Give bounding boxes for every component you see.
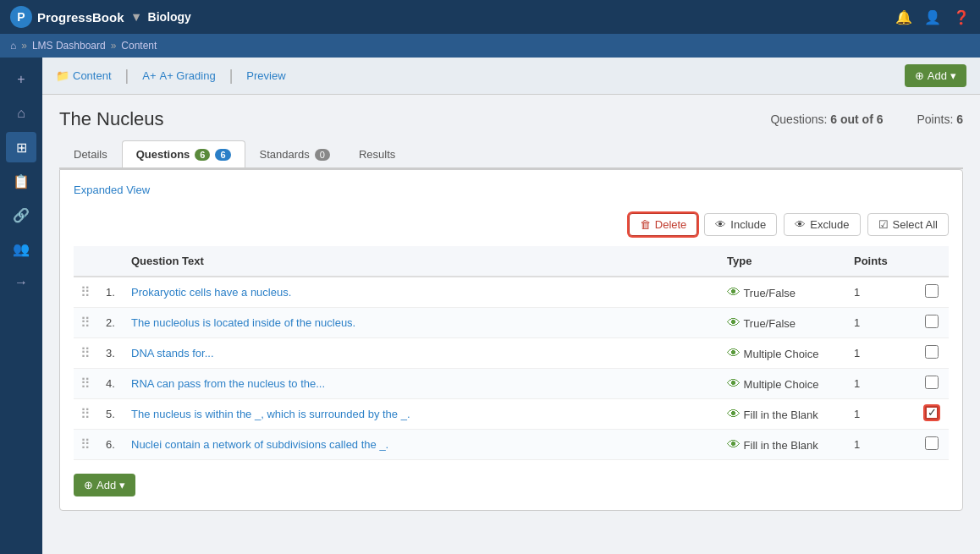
questions-panel: Expanded View 🗑 Delete 👁 Include 👁 Exclu… bbox=[59, 169, 963, 511]
page-title: The Nucleus bbox=[59, 108, 164, 130]
eye-exclude-icon: 👁 bbox=[795, 218, 806, 231]
questions-table: Question Text Type Points ⠿ 1. Prokaryot… bbox=[74, 246, 949, 460]
table-row: ⠿ 3. DNA stands for... 👁 Multiple Choice… bbox=[74, 338, 949, 369]
points-cell: 1 bbox=[847, 430, 915, 460]
content-tab[interactable]: 📁 Content bbox=[56, 66, 112, 85]
add-button[interactable]: ⊕ Add ▾ bbox=[905, 64, 966, 87]
checkbox-input[interactable] bbox=[925, 315, 939, 328]
expanded-view-link[interactable]: Expanded View bbox=[74, 184, 150, 196]
question-link[interactable]: DNA stands for... bbox=[131, 347, 214, 359]
col-num bbox=[99, 246, 124, 277]
checkbox-cell bbox=[915, 430, 949, 460]
help-icon[interactable]: ❓ bbox=[953, 9, 970, 25]
question-text-cell: DNA stands for... bbox=[124, 338, 720, 369]
tab-results[interactable]: Results bbox=[344, 140, 410, 167]
breadcrumb-lms[interactable]: LMS Dashboard bbox=[32, 40, 106, 52]
sidebar-link-icon[interactable]: 🔗 bbox=[6, 200, 36, 230]
checkbox-icon: ☑ bbox=[878, 218, 889, 231]
page-header: The Nucleus Questions: 6 out of 6 Points… bbox=[59, 108, 963, 130]
eye-include-icon: 👁 bbox=[715, 218, 726, 231]
type-cell: 👁 Fill in the Blank bbox=[720, 399, 847, 430]
nav-divider: ▾ bbox=[133, 9, 140, 25]
page-meta: Questions: 6 out of 6 Points: 6 bbox=[770, 112, 963, 126]
breadcrumb-home-icon[interactable]: ⌂ bbox=[10, 40, 16, 52]
table-row: ⠿ 5. The nucleus is within the _, which … bbox=[74, 399, 949, 430]
sidebar-arrow-icon[interactable]: → bbox=[6, 267, 36, 298]
row-number: 3. bbox=[99, 338, 124, 369]
sidebar: + ⌂ ⊞ 📋 🔗 👥 → bbox=[0, 58, 42, 554]
logo-icon: P bbox=[10, 6, 32, 28]
checkbox-cell bbox=[915, 369, 949, 399]
question-text-cell: Prokaryotic cells have a nucleus. bbox=[124, 277, 720, 308]
visibility-icon: 👁 bbox=[727, 315, 741, 330]
sidebar-people-icon[interactable]: 👥 bbox=[6, 233, 36, 264]
col-question-text: Question Text bbox=[124, 246, 720, 277]
breadcrumb: ⌂ » LMS Dashboard » Content bbox=[0, 34, 980, 58]
questions-meta: Questions: 6 out of 6 bbox=[770, 112, 883, 126]
logo-text: ProgressBook bbox=[37, 10, 124, 25]
row-number: 4. bbox=[99, 369, 124, 399]
bottom-add-button[interactable]: ⊕ Add ▾ bbox=[74, 474, 135, 496]
sidebar-book-icon[interactable]: 📋 bbox=[6, 166, 36, 196]
drag-icon: ⠿ bbox=[80, 407, 91, 421]
select-all-button[interactable]: ☑ Select All bbox=[867, 213, 949, 236]
col-points: Points bbox=[847, 246, 915, 277]
checkbox-cell bbox=[915, 308, 949, 338]
include-button[interactable]: 👁 Include bbox=[704, 213, 777, 236]
action-bar: 🗑 Delete 👁 Include 👁 Exclude ☑ Select Al… bbox=[74, 213, 949, 236]
question-link[interactable]: RNA can pass from the nucleus to the... bbox=[131, 377, 325, 390]
breadcrumb-content: Content bbox=[121, 40, 157, 52]
drag-icon: ⠿ bbox=[80, 346, 91, 360]
user-icon[interactable]: 👤 bbox=[924, 9, 941, 25]
bell-icon[interactable]: 🔔 bbox=[895, 9, 912, 25]
preview-tab[interactable]: Preview bbox=[246, 66, 285, 85]
type-cell: 👁 Multiple Choice bbox=[720, 338, 847, 369]
bottom-chevron-icon: ▾ bbox=[119, 479, 125, 491]
checkbox-checked[interactable] bbox=[925, 406, 939, 420]
checkbox-cell bbox=[915, 338, 949, 369]
type-cell: 👁 Fill in the Blank bbox=[720, 430, 847, 460]
points-meta: Points: 6 bbox=[917, 112, 964, 126]
visibility-icon: 👁 bbox=[727, 437, 741, 452]
sidebar-grid-icon[interactable]: ⊞ bbox=[6, 132, 36, 162]
row-number: 6. bbox=[99, 430, 124, 460]
checkbox-input[interactable] bbox=[925, 376, 939, 389]
question-link[interactable]: Nuclei contain a network of subdivisions… bbox=[131, 438, 388, 451]
checkbox-cell bbox=[915, 277, 949, 308]
drag-handle: ⠿ bbox=[74, 338, 99, 369]
sidebar-home-icon[interactable]: ⌂ bbox=[6, 98, 36, 129]
points-cell: 1 bbox=[847, 277, 915, 308]
drag-handle: ⠿ bbox=[74, 277, 99, 308]
drag-handle: ⠿ bbox=[74, 369, 99, 399]
checkbox-input[interactable] bbox=[925, 284, 939, 298]
delete-button[interactable]: 🗑 Delete bbox=[629, 213, 698, 236]
points-cell: 1 bbox=[847, 308, 915, 338]
plus-icon: ⊕ bbox=[915, 69, 924, 82]
type-cell: 👁 True/False bbox=[720, 277, 847, 308]
trash-icon: 🗑 bbox=[640, 218, 651, 231]
checkbox-input[interactable] bbox=[925, 436, 939, 450]
points-cell: 1 bbox=[847, 399, 915, 430]
col-type: Type bbox=[720, 246, 847, 277]
checkbox-input[interactable] bbox=[925, 345, 939, 359]
question-link[interactable]: The nucleolus is located inside of the n… bbox=[131, 316, 355, 329]
tab-standards[interactable]: Standards 0 bbox=[245, 140, 344, 167]
tab-questions[interactable]: Questions 6 6 bbox=[122, 140, 245, 167]
question-text-cell: The nucleolus is located inside of the n… bbox=[124, 308, 720, 338]
table-row: ⠿ 2. The nucleolus is located inside of … bbox=[74, 308, 949, 338]
sidebar-add-icon[interactable]: + bbox=[6, 64, 36, 95]
row-number: 5. bbox=[99, 399, 124, 430]
standards-badge: 0 bbox=[315, 149, 330, 161]
col-drag bbox=[74, 246, 99, 277]
tab-details[interactable]: Details bbox=[59, 140, 122, 167]
drag-handle: ⠿ bbox=[74, 308, 99, 338]
grading-tab[interactable]: A+ A+ Grading bbox=[142, 66, 215, 85]
col-checkbox bbox=[915, 246, 949, 277]
question-link[interactable]: The nucleus is within the _, which is su… bbox=[131, 408, 410, 420]
grading-icon: A+ bbox=[142, 69, 156, 82]
checkbox-cell bbox=[915, 399, 949, 430]
type-cell: 👁 Multiple Choice bbox=[720, 369, 847, 399]
drag-icon: ⠿ bbox=[80, 315, 91, 330]
exclude-button[interactable]: 👁 Exclude bbox=[784, 213, 860, 236]
question-link[interactable]: Prokaryotic cells have a nucleus. bbox=[131, 286, 291, 299]
